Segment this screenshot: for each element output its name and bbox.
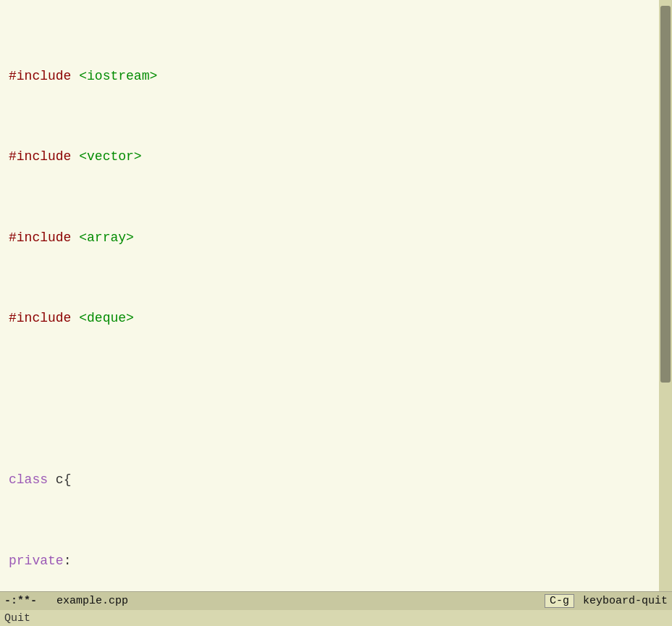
code-line: #include <array> [9, 228, 650, 249]
code-content[interactable]: #include <iostream> #include <vector> #i… [0, 0, 659, 591]
scrollbar[interactable] [659, 0, 672, 591]
editor-area: #include <iostream> #include <vector> #i… [0, 0, 672, 591]
status-keybind-label: C-g [545, 594, 574, 608]
status-keybind-name: keyboard-quit [583, 595, 668, 607]
status-filename: example.cpp [56, 595, 536, 607]
minibuffer: Quit [0, 610, 672, 626]
code-line: #include <vector> [9, 147, 650, 167]
code-line: #include <deque> [9, 309, 650, 329]
code-line: private: [9, 551, 650, 572]
code-line: class c{ [9, 470, 650, 491]
code-line [9, 390, 650, 410]
minibuffer-text: Quit [4, 612, 30, 625]
code-line: #include <iostream> [9, 67, 650, 87]
status-mode: -:**- [4, 595, 48, 607]
status-bar: -:**- example.cpp C-g keyboard-quit [0, 591, 672, 610]
scrollbar-thumb[interactable] [660, 6, 671, 383]
